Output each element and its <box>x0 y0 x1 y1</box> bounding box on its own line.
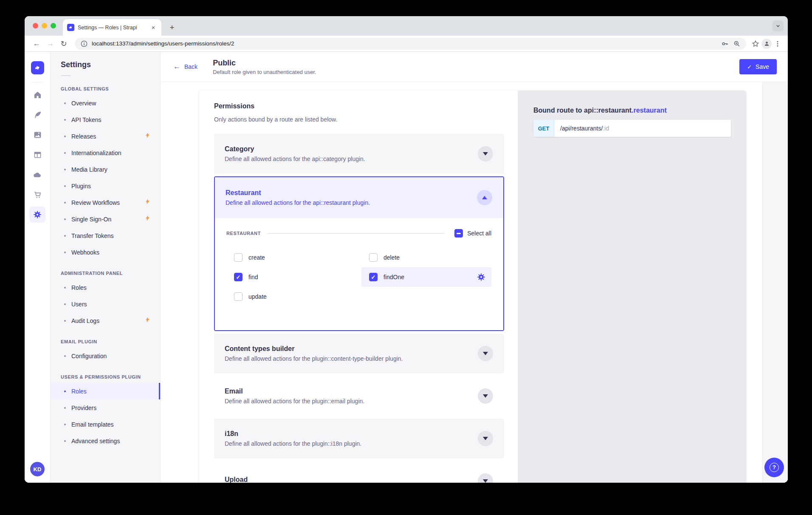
new-tab-button[interactable]: + <box>166 23 178 32</box>
accordion-header-restaurant[interactable]: RestaurantDefine all allowed actions for… <box>215 177 503 218</box>
sidebar-item-roles[interactable]: Roles <box>51 279 160 296</box>
bullet-icon <box>64 152 66 154</box>
chevron-down-icon[interactable] <box>478 146 493 161</box>
media-library-icon[interactable] <box>29 127 45 143</box>
back-link[interactable]: ← Back <box>173 62 197 71</box>
sidebar-item-internationalization[interactable]: Internationalization <box>51 144 160 161</box>
strapi-logo-icon[interactable] <box>31 61 44 74</box>
sidebar-item-label: Configuration <box>71 353 160 359</box>
sidebar-item-roles[interactable]: Roles <box>51 383 160 399</box>
sidebar-item-providers[interactable]: Providers <box>51 399 160 416</box>
sidebar-item-plugins[interactable]: Plugins <box>51 178 160 194</box>
sidebar-item-transfer-tokens[interactable]: Transfer Tokens <box>51 227 160 244</box>
browser-tab[interactable]: Settings — Roles | Strapi × <box>63 19 161 36</box>
browser-forward-button[interactable]: → <box>44 39 56 48</box>
bullet-icon <box>64 355 66 357</box>
tab-strip: Settings — Roles | Strapi × + <box>25 16 788 36</box>
permissions-card: Permissions Only actions bound by a rout… <box>199 91 746 483</box>
sidebar-item-label: Providers <box>71 405 160 411</box>
chevron-down-icon[interactable] <box>478 431 493 446</box>
home-icon[interactable] <box>29 87 45 103</box>
chevron-down-icon[interactable] <box>478 346 493 361</box>
accordion-email: EmailDefine all allowed actions for the … <box>214 376 504 416</box>
fullscreen-window-button[interactable] <box>51 23 56 28</box>
zoom-icon[interactable] <box>733 40 741 48</box>
checkbox-create[interactable] <box>234 253 242 262</box>
scrollbar-gutter[interactable] <box>762 82 788 483</box>
lightning-bolt-icon <box>144 317 151 325</box>
rail-divider <box>31 82 43 82</box>
tab-close-icon[interactable]: × <box>149 24 157 31</box>
browser-menu-icon[interactable] <box>773 40 782 48</box>
accordion-header-email[interactable]: EmailDefine all allowed actions for the … <box>214 376 504 416</box>
accordion-header-category[interactable]: CategoryDefine all allowed actions for t… <box>214 134 504 174</box>
sidebar-item-api-tokens[interactable]: API Tokens <box>51 111 160 128</box>
checkbox-findone[interactable] <box>369 273 378 281</box>
browser-reload-button[interactable]: ↻ <box>58 39 70 48</box>
sidebar-item-review-workflows[interactable]: Review Workflows <box>51 194 160 211</box>
advanced-settings-gear-icon[interactable] <box>477 273 485 281</box>
chevron-down-icon[interactable] <box>478 473 493 483</box>
main-area: ← Back Public Default role given to unau… <box>161 52 788 483</box>
content-type-builder-icon[interactable] <box>29 147 45 163</box>
accordion-header-content-types-builder[interactable]: Content types builderDefine all allowed … <box>214 334 504 374</box>
url-text[interactable]: localhost:1337/admin/settings/users-perm… <box>92 40 717 47</box>
close-window-button[interactable] <box>33 23 38 28</box>
checkbox-update[interactable] <box>234 292 242 301</box>
marketplace-cart-icon[interactable] <box>29 187 45 203</box>
content-manager-feather-icon[interactable] <box>29 107 45 123</box>
question-mark-icon: ? <box>770 463 779 472</box>
accordion-header-upload[interactable]: Upload <box>214 461 504 483</box>
group-label: RESTAURANT <box>226 231 261 236</box>
bullet-icon <box>64 407 66 409</box>
cloud-icon[interactable] <box>29 167 45 183</box>
sidebar-item-audit-logs[interactable]: Audit Logs <box>51 312 160 329</box>
sidebar-item-webhooks[interactable]: Webhooks <box>51 244 160 260</box>
sidebar-item-advanced-settings[interactable]: Advanced settings <box>51 433 160 449</box>
browser-back-button[interactable]: ← <box>31 39 42 48</box>
action-label: update <box>248 293 267 300</box>
window-controls[interactable] <box>33 23 56 28</box>
minimize-window-button[interactable] <box>42 23 47 28</box>
sidebar-item-releases[interactable]: Releases <box>51 128 160 144</box>
user-avatar[interactable]: KD <box>30 462 45 476</box>
route-path: /api/restaurants/:id <box>560 125 609 132</box>
accordion-content-types-builder: Content types builderDefine all allowed … <box>214 334 504 374</box>
bound-route-title-prefix: Bound route to api::restaurant <box>533 107 632 114</box>
password-key-icon[interactable] <box>721 40 729 48</box>
action-update: update <box>226 287 356 306</box>
sidebar-item-label: Webhooks <box>71 249 160 256</box>
settings-gear-icon[interactable] <box>29 207 45 223</box>
save-button[interactable]: ✓ Save <box>739 59 777 74</box>
section-label-administration-panel: ADMINISTRATION PANEL <box>51 271 160 276</box>
tab-search-chevron-icon[interactable] <box>773 20 784 31</box>
browser-window: Settings — Roles | Strapi × + ← → ↻ loca… <box>25 16 788 483</box>
help-button[interactable]: ? <box>764 458 784 477</box>
action-delete: delete <box>361 248 491 267</box>
select-all-control[interactable]: Select all <box>454 229 491 238</box>
sidebar-item-email-templates[interactable]: Email templates <box>51 416 160 433</box>
address-bar[interactable]: localhost:1337/admin/settings/users-perm… <box>75 38 746 50</box>
action-label: find <box>248 274 258 280</box>
accordion-header-i18n[interactable]: i18nDefine all allowed actions for the p… <box>214 419 504 458</box>
sidebar-item-overview[interactable]: Overview <box>51 95 160 111</box>
sidebar-item-single-sign-on[interactable]: Single Sign-On <box>51 211 160 227</box>
select-all-checkbox[interactable] <box>454 229 463 238</box>
checkbox-find[interactable] <box>234 273 242 281</box>
sidebar-item-label: Transfer Tokens <box>71 232 160 239</box>
browser-profile-icon[interactable] <box>761 39 772 49</box>
tab-title: Settings — Roles | Strapi <box>78 25 146 31</box>
sidebar-item-configuration[interactable]: Configuration <box>51 348 160 364</box>
bound-route-panel: Bound route to api::restaurant.restauran… <box>518 91 746 483</box>
chevron-down-icon[interactable] <box>478 388 493 404</box>
bookmark-star-icon[interactable] <box>751 40 760 48</box>
role-header: ← Back Public Default role given to unau… <box>161 52 788 82</box>
site-info-icon[interactable] <box>80 40 88 48</box>
section-label-email-plugin: EMAIL PLUGIN <box>51 339 160 344</box>
accordion-description: Define all allowed actions for the api::… <box>225 156 365 162</box>
accordion-title: Upload <box>225 476 248 483</box>
sidebar-item-media-library[interactable]: Media Library <box>51 161 160 178</box>
checkbox-delete[interactable] <box>369 253 378 262</box>
sidebar-item-users[interactable]: Users <box>51 296 160 312</box>
chevron-up-icon[interactable] <box>477 190 492 205</box>
